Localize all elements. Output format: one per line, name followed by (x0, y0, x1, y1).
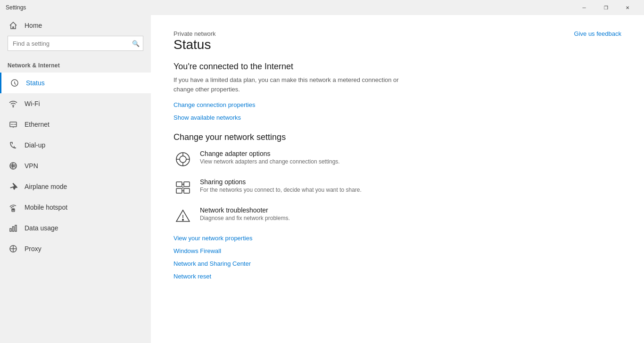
sidebar-item-ethernet[interactable]: Ethernet (0, 114, 151, 135)
private-network-label: Private network (173, 30, 216, 37)
svg-rect-7 (13, 227, 14, 231)
sidebar-item-status[interactable]: Status (0, 73, 151, 93)
sharing-center-link[interactable]: Network and Sharing Center (173, 260, 621, 267)
ethernet-label: Ethernet (25, 121, 50, 128)
hotspot-label: Mobile hotspot (25, 204, 67, 211)
window-controls: ─ ❐ ✕ (573, 0, 638, 15)
change-connection-link[interactable]: Change connection properties (173, 101, 621, 108)
airplane-icon (8, 182, 19, 191)
network-option-troubleshooter: Network troubleshooter Diagnose and fix … (173, 206, 621, 225)
network-reset-link[interactable]: Network reset (173, 273, 621, 280)
sidebar-item-vpn[interactable]: VPN (0, 155, 151, 176)
adapter-title: Change adapter options (200, 150, 340, 157)
main-content: Private network Give us feedback Status … (151, 15, 644, 343)
restore-button[interactable]: ❐ (595, 0, 617, 15)
home-label: Home (25, 22, 42, 29)
troubleshooter-icon (173, 206, 192, 225)
svg-rect-18 (176, 188, 182, 193)
title-bar: Settings ─ ❐ ✕ (0, 0, 644, 15)
view-properties-link[interactable]: View your network properties (173, 235, 621, 242)
datausage-icon (8, 223, 19, 233)
connection-status-desc: If you have a limited data plan, you can… (173, 75, 419, 94)
svg-point-4 (13, 209, 14, 211)
svg-point-1 (13, 106, 14, 107)
status-label: Status (26, 79, 45, 87)
sidebar-item-airplane[interactable]: Airplane mode (0, 176, 151, 197)
sharing-icon (173, 178, 192, 197)
sharing-title: Sharing options (200, 178, 362, 186)
svg-rect-16 (176, 182, 182, 187)
adapter-text: Change adapter options View network adap… (200, 150, 340, 165)
svg-rect-8 (15, 225, 17, 231)
troubleshooter-title: Network troubleshooter (200, 206, 290, 214)
search-icon: 🔍 (132, 40, 140, 47)
give-feedback-link[interactable]: Give us feedback (574, 30, 621, 37)
change-settings-heading: Change your network settings (173, 132, 621, 142)
dialup-label: Dial-up (25, 141, 45, 149)
svg-rect-19 (184, 188, 190, 193)
svg-point-24 (182, 219, 183, 220)
troubleshooter-text: Network troubleshooter Diagnose and fix … (200, 206, 290, 221)
sidebar-item-home[interactable]: Home (0, 15, 151, 36)
app-body: Home 🔍 Network & Internet Status (0, 15, 644, 343)
sidebar-item-dialup[interactable]: Dial-up (0, 135, 151, 155)
sidebar-item-datausage[interactable]: Data usage (0, 218, 151, 238)
minimize-button[interactable]: ─ (573, 0, 595, 15)
close-button[interactable]: ✕ (617, 0, 638, 15)
sidebar-item-proxy[interactable]: Proxy (0, 238, 151, 259)
connection-status-heading: You're connected to the Internet (173, 62, 621, 72)
search-container: 🔍 (8, 36, 143, 51)
sidebar: Home 🔍 Network & Internet Status (0, 15, 151, 343)
svg-rect-6 (10, 229, 11, 231)
wifi-icon (8, 99, 19, 108)
network-option-sharing: Sharing options For the networks you con… (173, 178, 621, 197)
show-networks-link[interactable]: Show available networks (173, 114, 621, 121)
firewall-link[interactable]: Windows Firewall (173, 247, 621, 254)
home-icon (8, 21, 19, 30)
search-input[interactable] (8, 36, 143, 51)
airplane-label: Airplane mode (25, 183, 67, 190)
sidebar-item-hotspot[interactable]: Mobile hotspot (0, 197, 151, 218)
hotspot-icon (8, 203, 19, 212)
page-title: Status (173, 37, 621, 52)
proxy-label: Proxy (25, 245, 41, 253)
sidebar-section-title: Network & Internet (0, 58, 151, 73)
svg-rect-17 (184, 182, 190, 187)
troubleshooter-desc: Diagnose and fix network problems. (200, 215, 290, 221)
wifi-label: Wi-Fi (25, 100, 40, 107)
vpn-icon (8, 161, 19, 171)
vpn-label: VPN (25, 162, 38, 170)
sharing-text: Sharing options For the networks you con… (200, 178, 362, 193)
app-title: Settings (6, 4, 26, 11)
network-option-adapter: Change adapter options View network adap… (173, 150, 621, 169)
adapter-desc: View network adapters and change connect… (200, 158, 340, 165)
svg-point-11 (180, 156, 186, 163)
sidebar-item-wifi[interactable]: Wi-Fi (0, 93, 151, 114)
sharing-desc: For the networks you connect to, decide … (200, 187, 362, 193)
ethernet-icon (8, 120, 19, 129)
bottom-links: View your network properties Windows Fir… (173, 235, 621, 280)
adapter-icon (173, 150, 192, 169)
status-icon (9, 78, 20, 88)
datausage-label: Data usage (25, 224, 58, 232)
proxy-icon (8, 244, 19, 253)
dialup-icon (8, 140, 19, 150)
content-top-bar: Private network Give us feedback (173, 30, 621, 37)
